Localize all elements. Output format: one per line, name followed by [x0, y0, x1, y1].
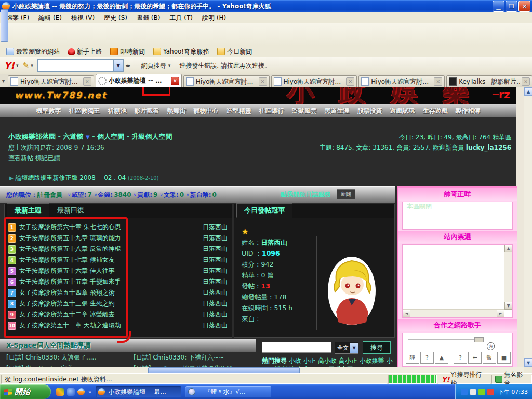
quick-launch-icon-1[interactable]	[56, 388, 64, 396]
forum-nav-item[interactable]: 機率數字	[36, 107, 61, 115]
toolbar-splitter[interactable]: ◂▸	[126, 63, 130, 68]
forum-nav-item[interactable]: 影片觀看	[135, 107, 159, 115]
forum-nav-item[interactable]: 遊戲試玩	[390, 107, 415, 115]
forum-nav-item[interactable]: 熱舞街	[167, 107, 186, 115]
forum-nav-item[interactable]: 生存遊戲	[423, 107, 448, 115]
scroll-right-icon[interactable]: ►	[497, 310, 504, 317]
tab-latest-replies[interactable]: 最新回復	[49, 203, 92, 218]
yahoo-logo-icon[interactable]: Y!	[4, 60, 15, 71]
forum-nav-item[interactable]: 寵物中心	[194, 107, 219, 115]
topic-author-link[interactable]: 日落西山	[203, 277, 228, 286]
forum-nav-item[interactable]: 黑道生涯	[325, 107, 350, 115]
diary-entry-link[interactable]: [日誌] Chris0330: 太誇張了.....	[0, 353, 127, 362]
scrollbar-down-icon[interactable]: ▼	[524, 358, 532, 367]
toolbar-status-text[interactable]: 連接發生錯誤, 請按此再次連接。	[179, 61, 271, 70]
keyword-link[interactable]: 高小正	[339, 357, 357, 364]
keyword-link[interactable]: 小正	[303, 357, 316, 364]
topic-author-link[interactable]: 日落西山	[203, 299, 228, 308]
quick-launch-icon-2[interactable]	[67, 388, 75, 396]
topic-author-link[interactable]: 日落西山	[203, 321, 228, 330]
site-search-button[interactable]: 搜尋	[363, 341, 391, 354]
menu-item[interactable]: 工具 (T)	[165, 12, 197, 23]
topic-author-link[interactable]: 日落西山	[203, 310, 228, 319]
tray-icon-2[interactable]	[478, 389, 485, 395]
maximize-button[interactable]: ❐	[506, 1, 517, 12]
new-member-link[interactable]: lucky_la1256	[466, 144, 511, 151]
bookmark-item[interactable]: 最常瀏覽的網站	[3, 47, 63, 57]
menu-item[interactable]: 說明 (H)	[198, 12, 230, 23]
yahoo-dropdown-icon[interactable]: ▾	[16, 63, 19, 68]
tray-icon-3[interactable]	[487, 389, 494, 395]
close-button[interactable]: ✕	[518, 1, 530, 12]
player-button[interactable]: 暫	[483, 352, 496, 364]
vertical-scroll-thumb[interactable]	[1, 9, 8, 42]
diary-entry-link[interactable]: [日誌] Chris0330: 下禮拜六~~	[127, 353, 255, 362]
bookmark-item[interactable]: 即時新聞	[107, 47, 148, 57]
menu-item[interactable]: 編輯 (E)	[34, 12, 66, 23]
keyword-link[interactable]: 小政娛樂	[360, 357, 384, 364]
player-button[interactable]: ?	[454, 352, 467, 364]
forum-nav-item[interactable]: 造型精靈	[227, 107, 251, 115]
scroll-down-icon[interactable]: ▼	[504, 302, 512, 310]
bookmark-item[interactable]: Yahoo!奇摩服務	[150, 47, 212, 57]
select-dropdown-icon[interactable]: ▼	[350, 343, 358, 353]
forum-nav-item[interactable]: 監獄風雲	[292, 107, 317, 115]
tab-close-icon[interactable]: ✕	[522, 77, 530, 86]
player-button[interactable]: 靜	[406, 352, 419, 364]
player-button[interactable]: ■	[497, 352, 511, 364]
topic-author-link[interactable]: 日落西山	[203, 256, 228, 264]
forum-nav-item[interactable]: 社區銀行	[259, 107, 284, 115]
bookmark-item[interactable]: 新手上路	[65, 47, 105, 57]
tab-list-dropdown-icon[interactable]: ▾	[2, 78, 5, 84]
topic-author-link[interactable]: 日落西山	[203, 288, 228, 297]
browser-tab[interactable]: KeyTalks - 說影解片… ✕	[446, 75, 532, 87]
keyword-link[interactable]: 小政	[289, 357, 301, 364]
topic-author-link[interactable]: 日落西山	[203, 245, 228, 254]
menu-item[interactable]: 檢視 (V)	[67, 12, 99, 23]
breadcrumb[interactable]: 小政娛樂部落園 - 六道骸 ▼ - 個人空間 - 升級個人空間	[8, 132, 172, 141]
browser-tab[interactable]: Hiyo衝天跑官方討… ✕	[358, 75, 445, 87]
scroll-up-icon[interactable]: ▲	[504, 245, 512, 252]
web-search-dropdown-icon[interactable]: ▾	[168, 63, 171, 68]
tab-latest-topics[interactable]: 最新主題	[7, 203, 49, 218]
player-slider[interactable]	[408, 339, 475, 340]
bookmark-item[interactable]: 今日新聞	[214, 47, 255, 57]
pencil-dropdown-icon[interactable]: ▾	[31, 63, 33, 68]
diary-badge[interactable]: 新闢	[337, 189, 355, 200]
search-scope-select[interactable]: 全文▼	[335, 342, 358, 354]
scrollbar-up-icon[interactable]: ▲	[524, 87, 532, 96]
announcement-link[interactable]: ▶ 論壇總版規重新修正版 2008 -- 02 . 04 (2008-2-10)	[9, 174, 159, 182]
tab-close-icon[interactable]: ✕	[259, 77, 267, 86]
vertical-scrollbar[interactable]: ▲ ▼	[524, 87, 532, 367]
browser-tab[interactable]: Hiyo衝天跑官方討… ✕	[271, 75, 357, 87]
topic-author-link[interactable]: 日落西山	[203, 267, 228, 275]
task-button-forum[interactable]: 小政娛樂論壇 -- 最...	[96, 386, 181, 397]
pencil-icon[interactable]: ✎	[23, 61, 30, 70]
minimize-button[interactable]: ▁	[493, 1, 504, 12]
keyword-link[interactable]: 高小政	[318, 357, 337, 364]
task-button-messenger[interactable]: —『髒〃水』√…	[185, 386, 271, 397]
browser-tab[interactable]: Hiyo衝天跑官方討… ✕	[183, 75, 270, 87]
topic-author-link[interactable]: 日落西山	[203, 223, 228, 232]
quick-launch-overflow-icon[interactable]: »	[88, 389, 91, 395]
tab-close-icon[interactable]: ✕	[83, 77, 91, 86]
wretch-video-statusbar-item[interactable]: 無名影音	[491, 375, 532, 384]
breadcrumb-dropdown-icon[interactable]: ▼	[86, 134, 90, 140]
tab-close-icon[interactable]: ✕	[171, 77, 179, 85]
player-button[interactable]: ?	[420, 352, 434, 364]
tab-close-icon[interactable]: ✕	[346, 77, 354, 86]
tray-icon-1[interactable]	[461, 389, 468, 395]
combobox-dropdown-icon[interactable]: ▼	[113, 60, 123, 71]
player-slider-knob[interactable]	[474, 337, 484, 342]
forum-nav-item[interactable]: 股票投資	[357, 107, 382, 115]
tray-ime-icon[interactable]	[470, 389, 476, 395]
vote-horizontal-scrollbar[interactable]: ◄ ►	[403, 309, 504, 317]
vote-vertical-scrollbar[interactable]: ▲ ▼	[504, 245, 512, 310]
menu-item[interactable]: 歷史 (S)	[100, 12, 131, 23]
start-button[interactable]: 開始	[0, 384, 51, 399]
player-button[interactable]: ▲	[435, 352, 448, 364]
forum-nav-item[interactable]: 祈願池	[108, 107, 127, 115]
view-new-posts-links[interactable]: 查看新帖 標記已讀	[8, 154, 60, 163]
yahoo-rank-statusbar-item[interactable]: Y!Y!搜尋排行榜	[438, 375, 490, 384]
site-search-input[interactable]	[262, 342, 331, 353]
